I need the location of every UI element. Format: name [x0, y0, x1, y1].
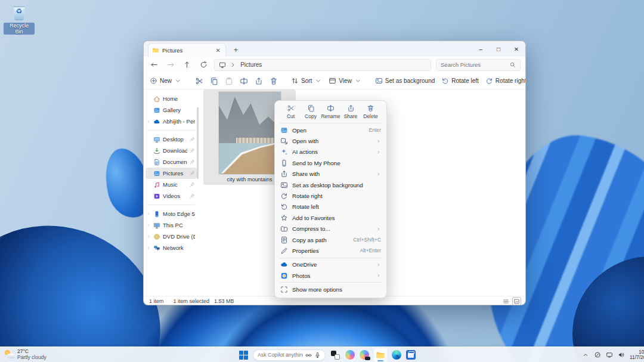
rotate-left-button[interactable]: Rotate left	[441, 77, 479, 85]
menu-item-rotate-right[interactable]: Rotate right	[277, 190, 384, 201]
quick-action-delete[interactable]: Delete	[361, 104, 380, 119]
close-button[interactable]: ✕	[507, 41, 525, 57]
location-monitor-icon	[219, 61, 226, 69]
menu-item-open[interactable]: Open Enter	[277, 125, 384, 135]
maximize-button[interactable]: □	[490, 41, 507, 57]
shortcut-hint: Enter	[369, 127, 381, 133]
sidebar-item-desktop[interactable]: Desktop	[145, 134, 197, 145]
this-pc-icon	[153, 222, 160, 229]
shortcut-hint: Ctrl+Shift+C	[353, 237, 381, 243]
network-display-icon[interactable]	[606, 351, 613, 358]
sidebar-item-dvd-drive[interactable]: DVD Drive (D:) CCC	[145, 231, 197, 242]
glasses-icon	[305, 352, 312, 358]
chevron-right-icon	[230, 61, 237, 69]
search-box[interactable]	[436, 59, 521, 71]
menu-item-ai-actions[interactable]: AI actions	[277, 147, 384, 157]
microphone-icon[interactable]	[314, 352, 321, 358]
explorer-tab-pictures[interactable]: Pictures ✕	[148, 43, 226, 57]
m365-copilot-app-icon[interactable]	[360, 350, 369, 360]
menu-item-properties[interactable]: Properties Alt+Enter	[277, 245, 384, 256]
picture-file-icon	[280, 126, 288, 134]
sidebar-item-this-pc[interactable]: This PC	[145, 219, 197, 231]
up-button[interactable]	[181, 59, 193, 71]
sidebar-item-onedrive-personal[interactable]: Abhijith - Personal	[145, 116, 197, 127]
sidebar-item-network[interactable]: Network	[145, 242, 197, 253]
refresh-button[interactable]	[198, 59, 210, 71]
share-icon	[347, 104, 355, 112]
tray-muted-icon[interactable]	[594, 351, 601, 358]
sort-button[interactable]: Sort	[291, 77, 322, 85]
quick-action-share[interactable]: Share	[341, 104, 361, 119]
chevron-right-icon	[147, 212, 151, 216]
task-view-button[interactable]	[330, 350, 340, 360]
list-view-toggle[interactable]	[503, 298, 509, 305]
active-app-indicator	[377, 360, 383, 361]
rotate-right-label: Rotate right	[496, 78, 526, 84]
tab-title: Pictures	[162, 47, 212, 54]
menu-item-copy-as-path[interactable]: Copy as path Ctrl+Shift+C	[277, 234, 384, 245]
taskbar-clock[interactable]: 10:21 11/7/2025	[630, 349, 644, 361]
menu-item-set-desktop-background[interactable]: Set as desktop background	[277, 180, 384, 190]
set-as-background-button[interactable]: Set as background	[375, 77, 435, 85]
menu-item-onedrive[interactable]: OneDrive	[277, 259, 384, 270]
sidebar-item-music[interactable]: Music	[145, 179, 197, 190]
start-button[interactable]	[239, 351, 248, 360]
pictures-icon	[153, 170, 160, 177]
pin-icon	[190, 171, 195, 176]
forward-button[interactable]	[165, 59, 177, 71]
sidebar-item-gallery[interactable]: Gallery	[145, 104, 197, 116]
view-button[interactable]: View	[329, 77, 362, 85]
sidebar-item-downloads[interactable]: Downloads	[145, 145, 197, 156]
menu-item-send-to-phone[interactable]: Send to My Phone	[277, 157, 384, 168]
new-tab-button[interactable]: +	[231, 46, 241, 54]
menu-item-compress-to[interactable]: Compress to...	[277, 224, 384, 234]
menu-item-share-with[interactable]: Share with	[277, 169, 384, 180]
new-button[interactable]: New	[150, 77, 182, 85]
minimize-button[interactable]: –	[472, 41, 490, 57]
taskbar-weather-widget[interactable]: 27°C Partly cloudy	[4, 348, 47, 360]
menu-item-open-with[interactable]: Open with	[277, 135, 384, 146]
selection-size: 1.53 MB	[214, 298, 234, 304]
menu-item-rotate-left[interactable]: Rotate left	[277, 202, 384, 212]
rename-button[interactable]	[240, 77, 248, 85]
file-explorer-taskbar-icon[interactable]	[374, 348, 387, 362]
copilot-search-input[interactable]	[258, 352, 303, 358]
copy-button[interactable]	[210, 77, 218, 85]
copilot-search-box[interactable]	[253, 349, 326, 361]
recycle-bin-shortcut[interactable]: ♻ Recycle Bin	[4, 5, 35, 35]
taskbar: 27°C Partly cloudy	[0, 346, 644, 362]
menu-item-show-more-options[interactable]: Show more options	[277, 284, 384, 295]
share-button[interactable]	[255, 77, 263, 85]
delete-button[interactable]	[270, 77, 278, 85]
sidebar-item-home[interactable]: Home	[145, 93, 197, 104]
quick-action-rename[interactable]: Rename	[321, 104, 340, 119]
submenu-chevron-icon	[376, 139, 381, 144]
rotate-right-button[interactable]: Rotate right	[485, 77, 526, 85]
star-icon	[280, 214, 288, 222]
large-thumbnails-toggle[interactable]	[513, 298, 520, 305]
sidebar-item-pictures[interactable]: Pictures	[145, 168, 197, 179]
edge-browser-icon[interactable]	[392, 350, 401, 360]
sidebar-item-documents[interactable]: Documents	[145, 156, 197, 168]
cut-button[interactable]	[195, 77, 203, 85]
paste-button[interactable]	[225, 77, 233, 85]
sidebar-item-phone[interactable]: Moto Edge 50 Neo	[145, 208, 197, 219]
hidden-icons-chevron[interactable]	[582, 351, 589, 358]
sort-label: Sort	[301, 78, 312, 84]
speaker-icon[interactable]	[618, 351, 625, 358]
microsoft-store-icon[interactable]	[406, 350, 416, 360]
image-icon	[375, 77, 383, 85]
quick-action-copy[interactable]: Copy	[301, 104, 321, 119]
address-bar[interactable]: Pictures	[214, 59, 431, 71]
sidebar-item-videos[interactable]: Videos	[145, 190, 197, 202]
menu-item-photos[interactable]: Photos	[277, 270, 384, 281]
menu-item-add-to-favorites[interactable]: Add to Favorites	[277, 212, 384, 223]
phone-icon	[280, 159, 288, 167]
quick-action-cut[interactable]: Cut	[281, 104, 301, 119]
search-input[interactable]	[441, 61, 507, 68]
copilot-app-icon[interactable]	[345, 350, 355, 360]
back-button[interactable]	[148, 59, 160, 71]
breadcrumb-location[interactable]: Pictures	[240, 61, 262, 68]
refresh-icon	[200, 61, 208, 69]
tab-close-icon[interactable]: ✕	[215, 47, 222, 54]
